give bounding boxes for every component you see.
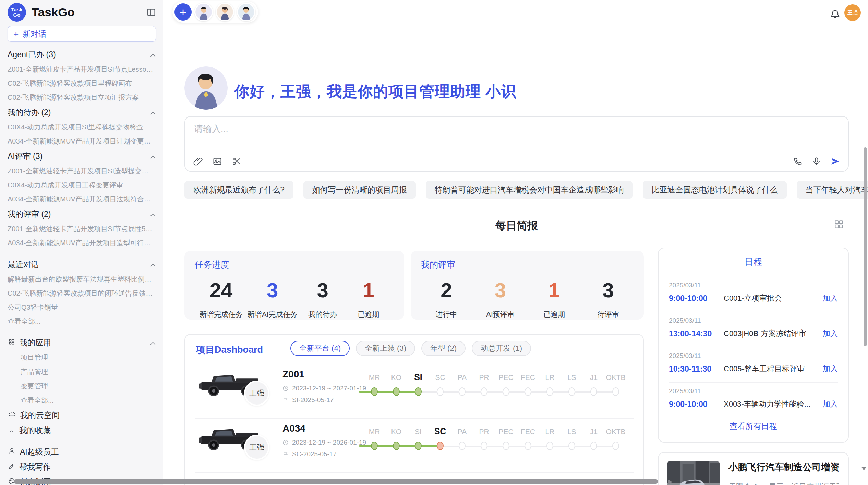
chevron-up-icon[interactable] — [150, 50, 156, 59]
send-icon[interactable] — [830, 157, 840, 166]
user-avatar[interactable]: 王强 — [844, 4, 861, 21]
sidebar-item[interactable]: Z001-全新燃油轻卡产品开发项目SI节点属性5D文件评审 — [0, 222, 163, 236]
microphone-icon[interactable] — [812, 157, 821, 166]
horizontal-scrollbar[interactable] — [14, 479, 658, 484]
app-logo-line1: Task — [11, 7, 22, 12]
chevron-up-icon[interactable] — [150, 152, 156, 161]
session-avatar-2[interactable] — [216, 3, 234, 21]
sidebar-app-item[interactable]: 查看全部... — [0, 393, 163, 408]
daily-briefing-title: 每日简报 — [495, 220, 538, 232]
recent-conversation-item[interactable]: 解释最新出台的欧盟报废车法规再生塑料比例被调至15%... — [0, 272, 163, 286]
milestone-dot — [612, 387, 619, 396]
sidebar-item[interactable]: Z001-全新燃油皮卡产品开发项目SI节点Lesson Learn报告 — [0, 62, 163, 76]
sidebar-app-item[interactable]: 项目管理 — [0, 350, 163, 364]
chevron-up-icon[interactable] — [150, 260, 156, 269]
scissors-icon[interactable] — [232, 157, 241, 166]
dashboard-tab[interactable]: 全新上装 (3) — [356, 341, 415, 356]
sidebar-item[interactable]: C02-飞腾新能源轻客改款项目里程碑画布 — [0, 76, 163, 90]
recent-conversation-item[interactable]: C02-飞腾新能源轻客改款项目的闭环通告反馈情况 — [0, 286, 163, 300]
schedule-date: 2025/03/11 — [669, 317, 838, 324]
sidebar-item[interactable]: A034-全新新能源MUV产品开发项目造型可行性评审 — [0, 236, 163, 250]
schedule-date: 2025/03/11 — [669, 282, 838, 289]
pen-icon — [8, 462, 15, 472]
sidebar-section-header[interactable]: AI评审 (3) — [0, 148, 163, 164]
view-all-schedule-link[interactable]: 查看所有日程 — [669, 421, 838, 432]
notifications-bell-icon[interactable] — [830, 9, 840, 19]
news-image — [667, 461, 720, 485]
dashboard-tab[interactable]: 动总开发 (1) — [472, 341, 531, 356]
suggestion-chip[interactable]: 特朗普可能对进口汽车增税会对中国车企造成哪些影响 — [426, 181, 633, 199]
add-session-button[interactable]: + — [174, 3, 192, 21]
sidebar-item-label: 帮我写作 — [19, 462, 156, 472]
sidebar-section-title: 我的待办 (2) — [8, 107, 51, 118]
milestone-track: MRKOSISCPAPRPECFECLRLSJ1OKTB — [374, 373, 635, 411]
sidebar-item-bookmark[interactable]: 我的收藏 — [0, 423, 163, 438]
robot-icon — [8, 447, 15, 457]
project-row[interactable]: 王强 Z001 2023-12-19 ~ 2027-01-19 SI-2025-… — [185, 365, 644, 417]
sidebar-item[interactable]: C0X4-动力总成开发项目SI里程碑提交物检查 — [0, 120, 163, 134]
stat-value: 3 — [302, 278, 343, 302]
stat-value: 3 — [248, 278, 298, 302]
attachment-icon[interactable] — [193, 157, 203, 166]
sidebar-item-my-apps[interactable]: 我的应用 — [0, 335, 163, 350]
sidebar-collapse-icon[interactable] — [146, 8, 156, 17]
scroll-right-arrow-icon[interactable] — [668, 480, 672, 484]
stat-label: 新增AI完成任务 — [248, 310, 298, 319]
project-row[interactable]: 王强 A034 2023-12-19 ~ 2026-01-19 SC-2025-… — [185, 419, 644, 471]
chat-input[interactable] — [193, 122, 838, 150]
new-chat-label: 新对话 — [23, 29, 46, 39]
sidebar-section-header[interactable]: 最近对话 — [0, 257, 163, 272]
sidebar-app-item[interactable]: 产品管理 — [0, 364, 163, 379]
sidebar-item-cloud[interactable]: 我的云空间 — [0, 408, 163, 423]
suggestion-chip[interactable]: 比亚迪全固态电池计划具体说了什么 — [643, 181, 787, 199]
stat-label: 已逾期 — [348, 310, 389, 319]
project-code: Z001 — [282, 369, 304, 380]
join-meeting-link[interactable]: 加入 — [823, 364, 838, 374]
phone-icon[interactable] — [793, 157, 803, 166]
chevron-up-icon[interactable] — [150, 338, 156, 347]
sidebar-tool-item[interactable]: AI超级员工 — [0, 444, 163, 459]
milestone-dot — [415, 442, 422, 450]
join-meeting-link[interactable]: 加入 — [823, 328, 838, 339]
schedule-time: 9:00-10:00 — [669, 294, 724, 303]
sidebar-item-label: AI超级员工 — [20, 447, 156, 457]
sidebar-item[interactable]: A034-全新新能源MUV产品开发项目法规符合性评审 — [0, 192, 163, 206]
sidebar-app-item[interactable]: 变更管理 — [0, 379, 163, 393]
vertical-scrollbar[interactable] — [864, 147, 867, 346]
stat-value: 1 — [534, 278, 575, 302]
sidebar-section-header[interactable]: 我的评审 (2) — [0, 206, 163, 222]
milestone-dot — [415, 387, 422, 396]
join-meeting-link[interactable]: 加入 — [823, 293, 838, 303]
image-icon[interactable] — [213, 157, 222, 166]
chevron-up-icon[interactable] — [150, 108, 156, 117]
dashboard-tab[interactable]: 年型 (2) — [421, 341, 466, 356]
sidebar-section-header[interactable]: 我的待办 (2) — [0, 104, 163, 120]
layout-grid-icon[interactable] — [834, 219, 844, 229]
sidebar-section-header[interactable]: Agent已办 (3) — [0, 47, 163, 62]
sidebar-item-label: 我的云空间 — [20, 410, 156, 421]
sidebar-tool-item[interactable]: 帮我写作 — [0, 459, 163, 474]
divider — [195, 472, 634, 473]
milestone-label: PEC — [495, 373, 517, 382]
chevron-up-icon[interactable] — [150, 210, 156, 219]
recent-conversation-item[interactable]: 公司Q3轻卡销量 — [0, 300, 163, 314]
milestone-dot — [371, 387, 378, 396]
sidebar-item[interactable]: C0X4-动力总成开发项目工程变更评审 — [0, 178, 163, 192]
sidebar-item[interactable]: Z001-全新燃油轻卡产品开发项目SI造型提交物评审 — [0, 164, 163, 178]
schedule-date: 2025/03/11 — [669, 387, 838, 395]
suggestion-chip[interactable]: 如何写一份清晰的项目周报 — [303, 181, 416, 199]
news-card[interactable]: 小鹏飞行汽车制造公司增资 天眼查 App 显示，近日广州汇天飞行汽... — [658, 452, 849, 485]
new-chat-button[interactable]: + 新对话 — [8, 26, 156, 42]
session-avatar-3[interactable] — [237, 3, 255, 21]
recent-conversation-item[interactable]: 查看全部... — [0, 314, 163, 328]
session-avatar-1[interactable] — [194, 3, 213, 21]
dashboard-tab[interactable]: 全新平台 (4) — [290, 341, 350, 356]
suggestion-chip[interactable]: 欧洲新规最近颁布了什么? — [184, 181, 293, 199]
suggestion-chips: 欧洲新规最近颁布了什么?如何写一份清晰的项目周报特朗普可能对进口汽车增税会对中国… — [184, 181, 849, 199]
scroll-down-arrow-icon[interactable] — [861, 467, 867, 470]
sidebar-item[interactable]: A034-全新新能源MUV产品开发项目计划变更表编写 — [0, 134, 163, 148]
suggestion-chip[interactable]: 当下年轻人对汽车外观有怎样的喜好趋势 — [797, 181, 868, 199]
flag-icon — [282, 397, 289, 403]
join-meeting-link[interactable]: 加入 — [823, 399, 838, 409]
sidebar-item[interactable]: C02-飞腾新能源轻客改款项目立项汇报方案 — [0, 90, 163, 104]
